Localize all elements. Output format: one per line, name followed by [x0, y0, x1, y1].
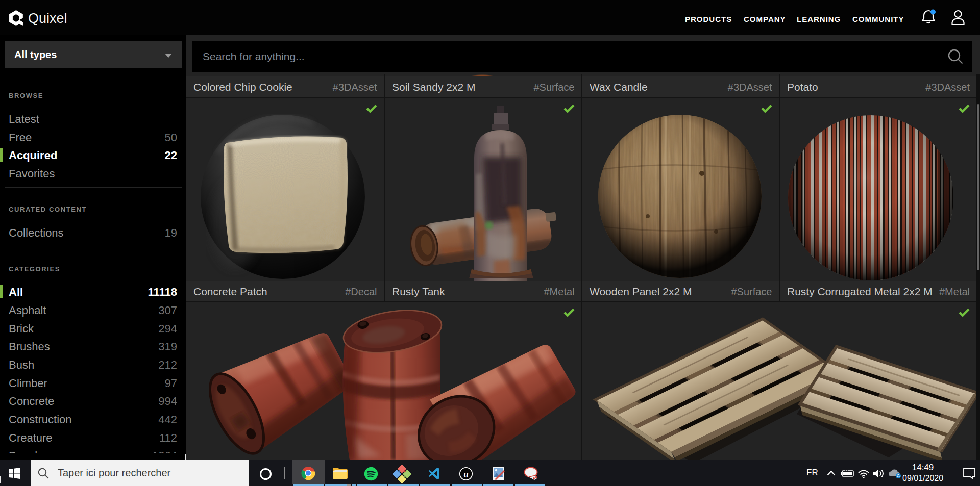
- svg-text:u: u: [463, 469, 468, 479]
